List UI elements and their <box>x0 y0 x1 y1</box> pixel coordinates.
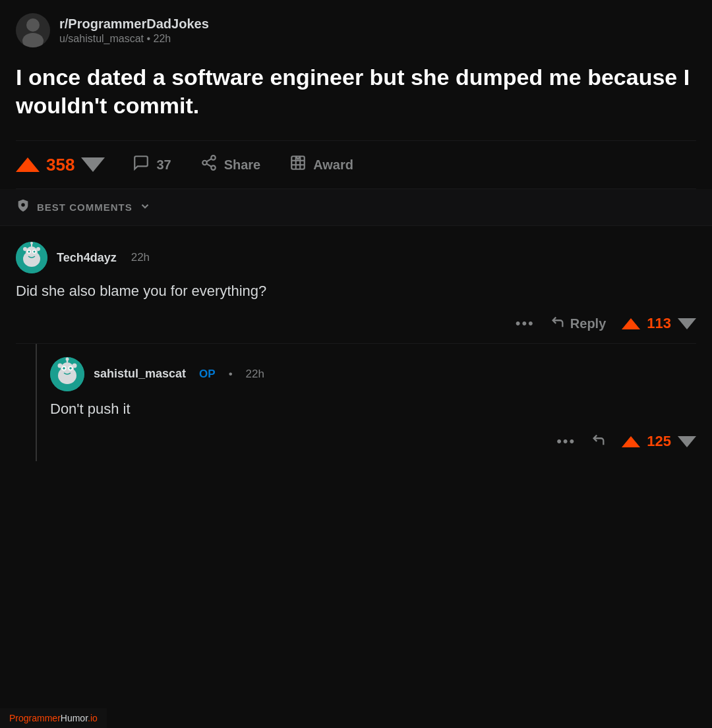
op-reply-icon <box>591 433 606 451</box>
comment-vote-count: 113 <box>647 315 671 332</box>
comment-button[interactable]: 37 <box>121 149 183 181</box>
reply-button[interactable]: Reply <box>550 315 606 333</box>
svg-point-20 <box>23 247 27 251</box>
svg-point-0 <box>26 18 40 32</box>
op-badge: OP <box>199 368 216 381</box>
footer-text: ProgrammerHumor.io <box>9 713 98 723</box>
award-label: Award <box>313 157 353 173</box>
upvote-icon <box>16 157 40 172</box>
sort-label: BEST COMMENTS <box>37 202 133 213</box>
share-button[interactable]: Share <box>189 149 273 181</box>
reply-icon <box>550 315 565 333</box>
post-time: 22h <box>154 33 171 44</box>
more-options-button[interactable]: ••• <box>516 315 535 332</box>
award-icon <box>289 154 307 175</box>
avatar <box>16 13 50 47</box>
sort-chevron-icon[interactable] <box>139 200 151 215</box>
op-vote-count: 125 <box>647 433 671 450</box>
svg-point-30 <box>69 367 72 370</box>
svg-point-19 <box>34 251 36 253</box>
svg-point-1 <box>22 33 44 47</box>
subreddit-name[interactable]: r/ProgrammerDadJokes <box>59 16 209 32</box>
svg-point-2 <box>211 155 216 160</box>
svg-line-6 <box>206 159 211 161</box>
op-separator: • <box>229 368 233 381</box>
award-button[interactable]: Award <box>278 149 365 181</box>
svg-point-31 <box>58 363 63 368</box>
comment-text: Did she also blame you for everything? <box>16 281 696 302</box>
svg-line-5 <box>206 164 211 167</box>
op-avatar <box>50 357 84 391</box>
op-comment-time: 22h <box>246 368 264 381</box>
vote-count: 358 <box>46 155 74 175</box>
comment-vote: 113 <box>622 315 696 332</box>
downvote-button[interactable] <box>81 157 105 172</box>
footer-brand-2: Humor <box>61 713 88 723</box>
footer-domain: .io <box>88 713 98 723</box>
sort-bar: BEST COMMENTS <box>0 189 712 225</box>
svg-point-3 <box>202 161 207 165</box>
post-author[interactable]: u/sahistul_mascat <box>59 33 144 44</box>
svg-point-18 <box>28 251 30 253</box>
post-separator: • <box>147 33 154 44</box>
comment-time: 22h <box>131 251 150 264</box>
downvote-icon <box>81 157 105 172</box>
op-comment-actions: ••• 125 <box>50 428 696 456</box>
comment-upvote-button[interactable] <box>622 318 640 329</box>
svg-point-34 <box>66 357 69 360</box>
post-header: r/ProgrammerDadJokes u/sahistul_mascat •… <box>16 13 696 47</box>
comment-header: Tech4dayz 22h <box>16 242 696 273</box>
svg-point-23 <box>30 242 33 244</box>
op-username[interactable]: sahistul_mascat <box>94 367 186 381</box>
comment-downvote-button[interactable] <box>678 318 696 329</box>
svg-point-21 <box>36 247 40 251</box>
svg-point-29 <box>63 367 65 370</box>
footer: ProgrammerHumor.io <box>0 708 107 728</box>
post-title: I once dated a software engineer but she… <box>16 63 696 119</box>
upvote-button[interactable] <box>16 157 40 172</box>
share-icon <box>200 154 218 175</box>
op-reply-button[interactable] <box>591 433 606 451</box>
sort-icon <box>16 198 30 216</box>
comment-actions: ••• Reply 113 <box>16 310 696 338</box>
footer-brand: Programmer <box>9 713 61 723</box>
op-more-options-button[interactable]: ••• <box>556 433 576 450</box>
post-author-time: u/sahistul_mascat • 22h <box>59 33 209 45</box>
comment-username[interactable]: Tech4dayz <box>57 251 117 265</box>
post-meta: r/ProgrammerDadJokes u/sahistul_mascat •… <box>59 16 209 45</box>
nested-comment-header: sahistul_mascat OP • 22h <box>50 357 696 391</box>
svg-point-32 <box>73 363 77 368</box>
vote-section: 358 <box>16 155 105 175</box>
op-comment-vote: 125 <box>622 433 696 450</box>
reply-label: Reply <box>570 316 606 331</box>
svg-point-4 <box>211 165 216 170</box>
comment-item: Tech4dayz 22h Did she also blame you for… <box>16 226 696 343</box>
commenter-avatar <box>16 242 47 273</box>
svg-point-12 <box>21 203 25 207</box>
op-upvote-button[interactable] <box>622 436 640 447</box>
nested-comment: sahistul_mascat OP • 22h Don't push it •… <box>36 344 696 461</box>
action-bar: 358 37 Share <box>16 140 696 189</box>
comment-icon <box>133 154 150 175</box>
op-downvote-button[interactable] <box>678 436 696 447</box>
comment-count: 37 <box>156 157 171 173</box>
op-comment-text: Don't push it <box>50 399 696 420</box>
comments-section: Tech4dayz 22h Did she also blame you for… <box>0 226 712 461</box>
share-label: Share <box>224 157 261 173</box>
